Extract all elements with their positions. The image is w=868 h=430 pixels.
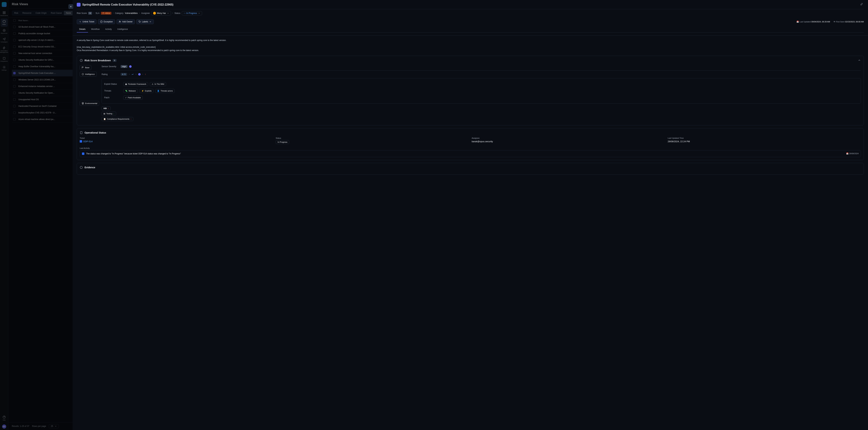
tag-in-wild: ⚠ In The Wild [150, 82, 166, 86]
tag-malware: 🦠 Malware [123, 89, 138, 93]
orca-icon [129, 65, 132, 68]
risk-breakdown-card: Risk Score Breakdown 9 Base Intelligence… [77, 56, 864, 125]
description-p2: [cisa_kev,easy_exploitation,fix_availabl… [77, 45, 864, 52]
chevron-down-icon [167, 12, 169, 14]
trending-up-icon [131, 73, 134, 75]
ops-status: In Progress [276, 140, 289, 144]
link-icon [860, 3, 863, 5]
svg-point-11 [119, 21, 120, 22]
close-icon [70, 5, 72, 8]
category-value: Vulnerabilities [125, 12, 138, 14]
svg-rect-14 [81, 131, 82, 134]
compliance-pill: 📋 Compliance Requirements ↑ [101, 117, 133, 121]
detail-panel: Spring4Shell Remote Code Execution Vulne… [72, 0, 868, 430]
labels-button[interactable]: Labels [136, 19, 154, 24]
evidence-card: Evidence [77, 163, 864, 175]
base-pill: Base [80, 65, 91, 70]
ops-assignee: barak@opus.security [472, 140, 665, 143]
last-updated: 📅 Last Updated 09/04/2024, 06:28 AM [797, 21, 830, 23]
jira-icon [80, 140, 82, 143]
tab-workflow[interactable]: Workflow [89, 26, 102, 32]
clipboard-icon [80, 131, 83, 134]
activity-row: The status was changed to "In Progress" … [80, 150, 861, 157]
risk-score-badge: 9 [88, 12, 92, 14]
evidence-icon [80, 166, 83, 169]
arrow-up-icon: ↑ [145, 73, 146, 75]
ops-updated: 28/08/2024, 22:24 PM [668, 140, 861, 143]
tag-patch-available: ✓ Patch Available [123, 96, 143, 100]
tag-exploits: ⚡ Exploits [140, 89, 154, 93]
chevron-up-icon [858, 59, 861, 62]
svg-point-13 [82, 73, 84, 75]
exception-icon [100, 21, 102, 23]
unlink-icon [79, 21, 82, 23]
ticket-link[interactable]: ODP-514 [80, 140, 93, 143]
tab-details[interactable]: Details [77, 26, 88, 32]
first-seen: 👁 First Seen 02/23/2023, 06:00 AM [833, 21, 864, 23]
operational-status-card: Operational Status Ticket ODP-514 Status… [77, 128, 864, 160]
rating-value: 8.72 [121, 73, 127, 76]
flag-icon [82, 66, 84, 69]
arrow-up-icon: ↑ [108, 107, 109, 110]
hbi-pill: HBI ↑ [101, 106, 111, 110]
tag-pentester: ▣ Pentester Framework [123, 82, 148, 86]
severity-badge: High [121, 65, 127, 68]
environmental-pill: Environmental [80, 101, 99, 106]
tab-intelligence[interactable]: Intelligence [115, 26, 130, 32]
tag-icon [138, 21, 141, 23]
panel-title: Spring4Shell Remote Code Execution Vulne… [82, 3, 174, 6]
intelligence-pill: Intelligence [80, 72, 97, 76]
chevron-down-icon [149, 21, 152, 23]
tab-activity[interactable]: Activity [103, 26, 114, 32]
tag-threat-actors: 👤 Threats actors [155, 89, 175, 93]
description-p1: A security flaw in Spring Core could lea… [77, 39, 864, 42]
copy-link-button[interactable] [860, 3, 864, 6]
unlink-ticket-button[interactable]: Unlink Ticket [77, 19, 96, 24]
source-icon [77, 3, 81, 7]
user-plus-icon [119, 21, 121, 23]
sla-badge: ⏱ +561d [101, 12, 112, 14]
close-panel-button[interactable] [68, 4, 73, 9]
avatar-icon [153, 12, 156, 14]
gauge-icon [80, 59, 83, 62]
source-orb-icon [138, 73, 141, 75]
collapse-button[interactable] [858, 59, 861, 62]
brain-icon [82, 73, 84, 75]
add-owner-button[interactable]: Add Owner [117, 19, 135, 24]
testing-pill: ▤ Testing ↓ [101, 112, 116, 116]
arrow-down-icon: ↓ [113, 113, 115, 115]
jira-icon [82, 152, 84, 155]
arrow-up-icon: ↑ [130, 118, 132, 120]
chevron-down-icon [198, 12, 200, 14]
assignee-dropdown[interactable]: Meny Har [151, 11, 171, 16]
breakdown-score: 9 [113, 59, 117, 62]
status-dropdown[interactable]: ⋯ In Progress [182, 11, 202, 15]
exception-button[interactable]: Exception [98, 19, 115, 24]
layers-icon [82, 102, 84, 104]
svg-point-15 [80, 166, 83, 168]
